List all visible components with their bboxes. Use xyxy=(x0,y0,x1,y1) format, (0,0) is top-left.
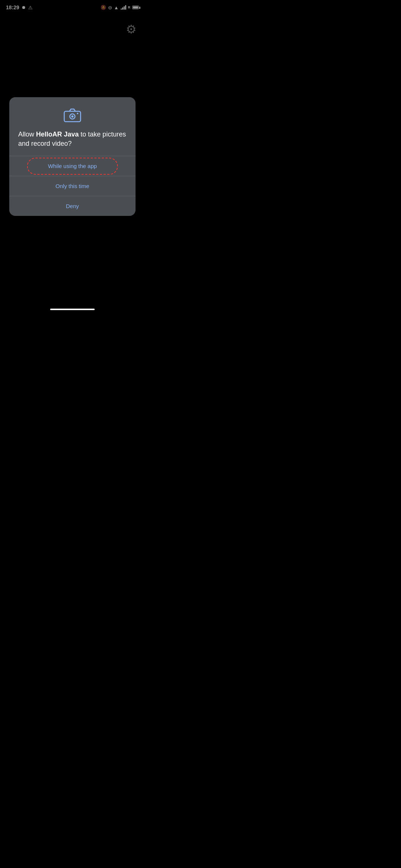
svg-point-2 xyxy=(71,115,74,118)
svg-point-3 xyxy=(77,113,78,114)
only-this-time-label: Only this time xyxy=(56,183,89,189)
dialog-header: Allow HelloAR Java to take pictures and … xyxy=(9,97,136,156)
dialog-overlay: Allow HelloAR Java to take pictures and … xyxy=(0,0,145,313)
home-indicator xyxy=(50,309,95,310)
only-this-time-button[interactable]: Only this time xyxy=(9,176,136,196)
deny-button[interactable]: Deny xyxy=(9,196,136,216)
permission-dialog: Allow HelloAR Java to take pictures and … xyxy=(9,97,136,216)
dialog-title: Allow HelloAR Java to take pictures and … xyxy=(18,130,127,148)
camera-icon xyxy=(18,108,127,124)
while-using-button[interactable]: While using the app xyxy=(9,156,136,176)
while-using-label: While using the app xyxy=(48,163,97,169)
deny-label: Deny xyxy=(66,203,79,209)
